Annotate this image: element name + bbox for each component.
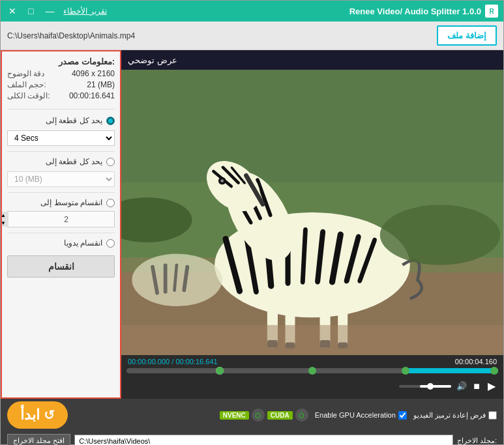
svg-rect-39 xyxy=(121,325,503,355)
marker-4[interactable] xyxy=(490,367,498,375)
by-mb-radio[interactable] xyxy=(106,158,115,166)
equal-parts-radio[interactable] xyxy=(106,199,115,207)
file-path-display: C:\Users\haifa\Desktop\Animals.mp4 xyxy=(7,31,430,40)
manual-row: انقسام يدويا xyxy=(7,238,115,248)
equal-parts-input-row: ▲ ▼ xyxy=(7,211,115,227)
resolution-label: دقة الوضوح xyxy=(7,69,44,78)
title-bar: R Renee Video/ Audio Splitter 1.0.0 تقري… xyxy=(1,1,503,22)
reencode-label: فرض إعادة ترميز الفيديو xyxy=(413,411,486,420)
equal-parts-input[interactable] xyxy=(8,213,114,226)
start-button[interactable]: ↺ ابدأ xyxy=(7,401,68,429)
gpu-option[interactable]: Enable GPU Acceleration xyxy=(315,411,407,420)
by-mb-label: يحد كل قطعة إلى xyxy=(46,157,102,166)
manual-radio[interactable] xyxy=(106,239,115,248)
marker-2[interactable] xyxy=(308,367,316,375)
current-time: 00:00:04.160 xyxy=(455,358,497,366)
equal-parts-label: انقسام متوسط إلى xyxy=(40,198,102,207)
by-secs-label: يحد كل قطعة إلى xyxy=(46,116,102,125)
bottom-bar: فرض إعادة ترميز الفيديو Enable GPU Accel… xyxy=(1,399,503,444)
gpu-checkbox[interactable] xyxy=(398,411,407,420)
bottom-bottom: :مجلد الاخراج افتح مجلد الاخراج xyxy=(1,431,503,445)
play-button[interactable]: ▶ xyxy=(486,379,497,394)
video-header: عرض توضحي xyxy=(121,50,503,70)
spinner-up[interactable]: ▲ xyxy=(1,212,8,220)
manual-label: انقسام يدويا xyxy=(64,238,102,248)
title-bar-left: R Renee Video/ Audio Splitter 1.0.0 xyxy=(349,5,498,18)
divider-3 xyxy=(7,192,115,193)
seek-bar[interactable] xyxy=(126,368,498,373)
minimize-button[interactable]: — xyxy=(42,7,57,16)
filesize-row: 21 (MB) :حجم الملف xyxy=(7,80,115,89)
start-refresh-icon: ↺ xyxy=(44,407,55,423)
volume-fill xyxy=(420,385,451,388)
resolution-value: 4096 x 2160 xyxy=(72,69,115,78)
volume-icon: 🔊 xyxy=(456,381,467,391)
divider-4 xyxy=(7,233,115,233)
secs-select[interactable]: 4 Secs 1 Secs 2 Secs 8 Secs 10 Secs xyxy=(7,130,115,146)
open-folder-button[interactable]: افتح مجلد الاخراج xyxy=(7,434,70,445)
svg-point-32 xyxy=(132,253,222,306)
playback-controls: ▶ ■ 🔊 xyxy=(126,376,498,396)
reencode-option[interactable]: فرض إعادة ترميز الفيديو xyxy=(413,411,497,420)
close-button[interactable]: ✕ xyxy=(6,7,19,16)
main-content: عرض توضحي xyxy=(1,50,503,399)
error-report-link[interactable]: تقرير الأخطاء xyxy=(63,7,106,16)
seek-fill xyxy=(406,368,499,373)
nvenc-badge: NVENC xyxy=(220,411,249,420)
output-path-input[interactable] xyxy=(74,435,453,446)
spinner-buttons: ▲ ▼ xyxy=(1,212,8,227)
timeline-area: 00:00:04.160 00:00:00.000 / 00:00:16.641… xyxy=(121,355,503,399)
duration-row: 00:00:16.641 :الوقت الكلى xyxy=(7,91,115,100)
svg-rect-34 xyxy=(164,263,168,293)
right-panel: :معلومات مصدر 4096 x 2160 دقة الوضوح 21 … xyxy=(1,50,121,399)
volume-handle[interactable] xyxy=(427,383,434,390)
marker-1[interactable] xyxy=(216,367,224,375)
volume-slider[interactable] xyxy=(399,385,451,388)
video-frame xyxy=(121,70,503,355)
total-time: 00:00:00.000 / 00:00:16.641 xyxy=(128,358,218,366)
by-mb-row: يحد كل قطعة إلى xyxy=(7,157,115,166)
video-panel: عرض توضحي xyxy=(121,50,503,399)
app-title: Renee Video/ Audio Splitter 1.0.0 xyxy=(349,7,481,16)
divider-1 xyxy=(7,109,115,109)
divider-2 xyxy=(7,151,115,152)
source-info: :معلومات مصدر 4096 x 2160 دقة الوضوح 21 … xyxy=(7,57,115,102)
app-icon: R xyxy=(485,5,498,18)
preview-label: عرض توضحي xyxy=(128,55,177,65)
video-area[interactable] xyxy=(121,70,503,355)
filesize-value: 21 (MB) xyxy=(87,80,115,89)
maximize-button[interactable]: □ xyxy=(25,7,36,16)
cuda-badge: CUDA xyxy=(267,411,293,420)
source-info-title: :معلومات مصدر xyxy=(7,57,115,66)
gpu-section: ⬡ CUDA ⬡ NVENC xyxy=(220,409,308,422)
duration-value: 00:00:16.641 xyxy=(69,91,115,100)
reencode-checkbox[interactable] xyxy=(488,411,497,420)
equal-parts-row: انقسام متوسط إلى xyxy=(7,198,115,207)
resolution-row: 4096 x 2160 دقة الوضوح xyxy=(7,69,115,78)
filesize-label: :حجم الملف xyxy=(7,80,46,89)
svg-point-37 xyxy=(380,205,500,265)
marker-3[interactable] xyxy=(402,367,409,375)
time-display: 00:00:04.160 00:00:00.000 / 00:00:16.641 xyxy=(126,358,498,366)
gpu-label: Enable GPU Acceleration xyxy=(315,411,396,419)
stop-button[interactable]: ■ xyxy=(472,379,481,394)
split-options: يحد كل قطعة إلى 4 Secs 1 Secs 2 Secs 8 S… xyxy=(7,116,115,248)
gpu-icon: ⬡ xyxy=(295,409,308,422)
mb-select[interactable]: 10 (MB) 5 (MB) 20 (MB) 50 (MB) xyxy=(7,171,115,187)
toolbar: إضافة ملف C:\Users\haifa\Desktop\Animals… xyxy=(1,22,503,50)
duration-label: :الوقت الكلى xyxy=(7,91,50,100)
bottom-top: فرض إعادة ترميز الفيديو Enable GPU Accel… xyxy=(1,399,503,431)
app-window: R Renee Video/ Audio Splitter 1.0.0 تقري… xyxy=(0,0,504,445)
svg-point-22 xyxy=(220,179,224,182)
output-label: :مجلد الاخراج xyxy=(457,437,497,445)
nvenc-icon: ⬡ xyxy=(252,409,265,422)
secs-select-row: 4 Secs 1 Secs 2 Secs 8 Secs 10 Secs xyxy=(7,130,115,146)
start-label: ابدأ xyxy=(20,407,40,423)
spinner-down[interactable]: ▼ xyxy=(1,220,8,227)
by-secs-radio[interactable] xyxy=(106,117,115,125)
add-file-button[interactable]: إضافة ملف xyxy=(437,25,497,46)
bottom-options: فرض إعادة ترميز الفيديو Enable GPU Accel… xyxy=(220,409,497,422)
by-secs-row: يحد كل قطعة إلى xyxy=(7,116,115,125)
split-button[interactable]: انقسام xyxy=(7,255,115,278)
mb-select-row: 10 (MB) 5 (MB) 20 (MB) 50 (MB) xyxy=(7,171,115,187)
